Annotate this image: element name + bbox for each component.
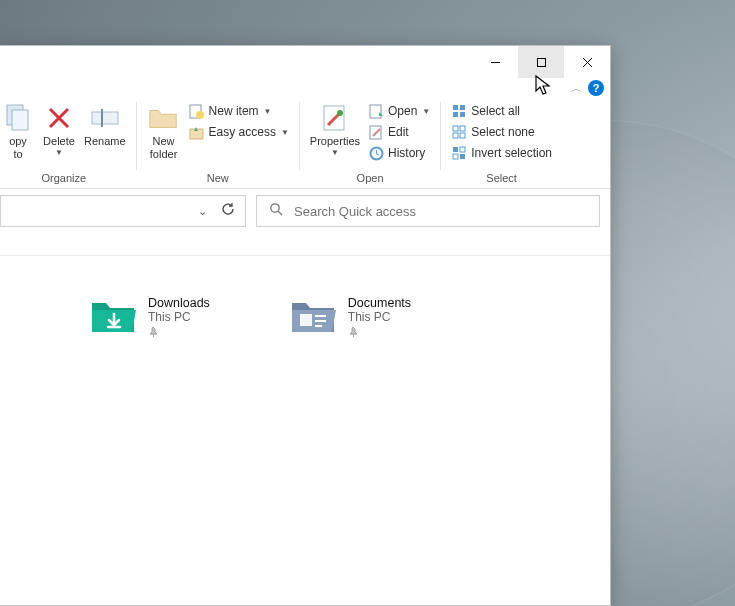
titlebar <box>0 46 610 78</box>
group-organize: opy to Delete ▼ Rename Organize <box>0 98 136 188</box>
invert-selection-button[interactable]: Invert selection <box>449 144 554 162</box>
svg-rect-27 <box>460 147 465 152</box>
nav-row: ⌄ <box>0 189 610 233</box>
minimize-icon <box>490 57 501 68</box>
search-icon <box>269 202 284 221</box>
easy-access-label: Easy access <box>209 125 276 139</box>
new-folder-icon <box>148 102 180 134</box>
properties-button[interactable]: Properties ▼ <box>306 100 364 159</box>
minimize-button[interactable] <box>472 46 518 78</box>
ribbon: opy to Delete ▼ Rename Organize <box>0 98 610 189</box>
delete-label: Delete <box>43 135 75 148</box>
copy-to-label: opy to <box>9 135 27 161</box>
invert-selection-icon <box>451 145 467 161</box>
svg-point-11 <box>196 111 204 119</box>
search-box[interactable] <box>256 195 600 227</box>
svg-rect-18 <box>453 105 458 110</box>
rename-icon <box>89 102 121 134</box>
address-bar[interactable]: ⌄ <box>0 195 246 227</box>
refresh-icon[interactable] <box>221 202 235 220</box>
downloads-folder-icon <box>90 296 138 336</box>
documents-name: Documents <box>348 296 411 310</box>
content-area: Downloads This PC Documents <box>0 255 610 339</box>
properties-label: Properties <box>310 135 360 148</box>
group-select: Select all Select none Invert selection <box>441 98 562 188</box>
select-all-button[interactable]: Select all <box>449 102 554 120</box>
copy-to-button[interactable]: opy to <box>0 100 38 163</box>
svg-rect-23 <box>460 126 465 131</box>
group-new: New folder New item ▼ Easy acce <box>137 98 299 188</box>
new-item-label: New item <box>209 104 259 118</box>
documents-folder-icon <box>290 296 338 336</box>
svg-rect-21 <box>460 112 465 117</box>
maximize-icon <box>536 57 547 68</box>
svg-rect-22 <box>453 126 458 131</box>
new-folder-label: New folder <box>150 135 178 161</box>
svg-point-14 <box>337 110 343 116</box>
select-all-icon <box>451 103 467 119</box>
svg-rect-28 <box>453 154 458 159</box>
group-organize-label: Organize <box>0 170 136 188</box>
rename-label: Rename <box>84 135 126 148</box>
downloads-location: This PC <box>148 310 210 324</box>
svg-rect-5 <box>12 110 28 130</box>
svg-rect-25 <box>460 133 465 138</box>
select-none-icon <box>451 124 467 140</box>
svg-rect-15 <box>370 105 381 118</box>
invert-selection-label: Invert selection <box>471 146 552 160</box>
downloads-name: Downloads <box>148 296 210 310</box>
properties-icon <box>319 102 351 134</box>
group-open-label: Open <box>300 170 440 188</box>
delete-icon <box>43 102 75 134</box>
easy-access-icon <box>189 124 205 140</box>
new-item-button[interactable]: New item ▼ <box>187 102 291 120</box>
open-label: Open <box>388 104 417 118</box>
group-select-label: Select <box>441 170 562 188</box>
search-input[interactable] <box>294 204 587 219</box>
svg-point-30 <box>271 203 279 211</box>
svg-line-31 <box>278 211 282 215</box>
pin-icon <box>348 326 411 339</box>
select-all-label: Select all <box>471 104 520 118</box>
documents-location: This PC <box>348 310 411 324</box>
svg-rect-19 <box>460 105 465 110</box>
rename-button[interactable]: Rename <box>80 100 130 150</box>
svg-rect-24 <box>453 133 458 138</box>
svg-rect-1 <box>537 58 545 66</box>
open-icon <box>368 103 384 119</box>
svg-rect-33 <box>300 314 312 326</box>
pin-icon <box>148 326 210 339</box>
easy-access-button[interactable]: Easy access ▼ <box>187 123 291 141</box>
group-new-label: New <box>137 170 299 188</box>
copy-to-icon <box>2 102 34 134</box>
edit-label: Edit <box>388 125 409 139</box>
folder-downloads[interactable]: Downloads This PC <box>90 296 210 339</box>
new-item-icon <box>189 103 205 119</box>
svg-rect-26 <box>453 147 458 152</box>
group-open: Properties ▼ Open ▼ E <box>300 98 440 188</box>
select-none-button[interactable]: Select none <box>449 123 554 141</box>
open-button[interactable]: Open ▼ <box>366 102 432 120</box>
folder-documents[interactable]: Documents This PC <box>290 296 411 339</box>
svg-rect-29 <box>460 154 465 159</box>
history-button[interactable]: History <box>366 144 432 162</box>
new-folder-button[interactable]: New folder <box>143 100 185 163</box>
file-explorer-window: ︿ ? opy to Delete ▼ <box>0 45 611 606</box>
help-icon[interactable]: ? <box>588 80 604 96</box>
delete-button[interactable]: Delete ▼ <box>38 100 80 159</box>
history-icon <box>368 145 384 161</box>
collapse-ribbon-icon[interactable]: ︿ <box>571 81 582 96</box>
select-none-label: Select none <box>471 125 534 139</box>
maximize-button[interactable] <box>518 46 564 78</box>
close-icon <box>582 57 593 68</box>
history-label: History <box>388 146 425 160</box>
edit-button[interactable]: Edit <box>366 123 432 141</box>
close-button[interactable] <box>564 46 610 78</box>
svg-rect-20 <box>453 112 458 117</box>
edit-icon <box>368 124 384 140</box>
chevron-down-icon[interactable]: ⌄ <box>198 205 207 218</box>
svg-rect-8 <box>92 112 118 124</box>
